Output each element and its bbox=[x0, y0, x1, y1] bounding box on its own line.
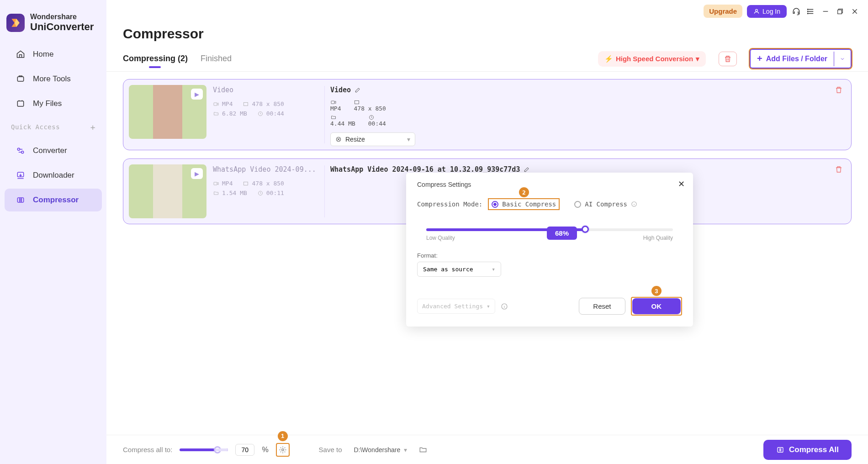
nav-downloader[interactable]: Downloader bbox=[5, 164, 102, 187]
nav-label: Home bbox=[33, 50, 53, 59]
nav-my-files[interactable]: My Files bbox=[5, 92, 102, 115]
play-icon: ▶ bbox=[191, 168, 203, 179]
global-settings-button[interactable]: 1 bbox=[276, 443, 290, 457]
page-title: Compressor bbox=[106, 22, 868, 47]
low-quality-label: Low Quality bbox=[426, 235, 455, 241]
compress-all-label: Compress All bbox=[789, 445, 839, 454]
tabs-row: Compressing (2) Finished ⚡ High Speed Co… bbox=[106, 47, 868, 72]
edit-icon[interactable] bbox=[355, 87, 361, 93]
video-thumbnail[interactable]: ▶ bbox=[129, 164, 206, 218]
close-icon[interactable] bbox=[850, 6, 860, 16]
login-button[interactable]: Log In bbox=[747, 5, 787, 18]
compress-icon bbox=[776, 446, 784, 454]
home-icon bbox=[16, 49, 26, 59]
files-icon bbox=[16, 99, 26, 109]
brand-top: Wondershare bbox=[30, 13, 94, 21]
tools-icon bbox=[16, 74, 26, 84]
format-select[interactable]: Same as source ▾ bbox=[417, 262, 501, 277]
hs-label: High Speed Conversion bbox=[616, 55, 693, 63]
remove-file-button[interactable] bbox=[835, 165, 843, 174]
add-label: Add Files / Folder bbox=[766, 55, 827, 63]
save-path-select[interactable]: D:\Wondershare ▾ bbox=[349, 443, 412, 456]
quick-access-header: Quick Access + bbox=[0, 116, 106, 138]
open-folder-button[interactable] bbox=[419, 446, 427, 454]
info-icon[interactable] bbox=[501, 303, 508, 310]
upgrade-button[interactable]: Upgrade bbox=[704, 5, 742, 18]
chevron-down-icon: ▾ bbox=[407, 136, 410, 143]
clear-all-button[interactable] bbox=[719, 52, 737, 66]
add-files-button[interactable]: + Add Files / Folder bbox=[750, 49, 852, 69]
info-icon[interactable] bbox=[631, 201, 637, 207]
svg-point-9 bbox=[808, 13, 809, 14]
maximize-icon[interactable] bbox=[835, 6, 845, 16]
bottom-bar: Compress all to: 70 % 1 Save to D:\Wonde… bbox=[106, 435, 868, 464]
quick-access-label: Quick Access bbox=[11, 123, 60, 131]
play-icon: ▶ bbox=[191, 89, 203, 100]
chevron-down-icon: ▾ bbox=[487, 303, 490, 310]
source-info: WhatsApp Video 2024-09... MP4 478 x 850 … bbox=[213, 163, 319, 220]
svg-rect-15 bbox=[331, 101, 334, 104]
high-speed-toggle[interactable]: ⚡ High Speed Conversion ▾ bbox=[598, 51, 706, 67]
tab-compressing[interactable]: Compressing (2) bbox=[123, 49, 188, 71]
downloader-icon bbox=[16, 170, 26, 180]
plus-icon: + bbox=[757, 53, 762, 64]
gear-icon bbox=[279, 446, 287, 454]
plus-icon[interactable]: + bbox=[90, 122, 95, 132]
menu-icon[interactable] bbox=[806, 6, 816, 16]
compress-all-button[interactable]: Compress All bbox=[763, 440, 852, 460]
chevron-down-icon: ▾ bbox=[492, 266, 495, 273]
reset-button[interactable]: Reset bbox=[579, 298, 625, 315]
trash-icon bbox=[724, 55, 732, 63]
global-quality-slider[interactable] bbox=[180, 448, 228, 451]
remove-file-button[interactable] bbox=[835, 86, 843, 94]
advanced-settings-select[interactable]: Advanced Settings ▾ bbox=[417, 299, 495, 314]
basic-compress-radio[interactable]: 2 Basic Compress bbox=[488, 198, 560, 210]
nav-compressor[interactable]: Compressor bbox=[5, 189, 102, 211]
edit-icon[interactable] bbox=[524, 166, 530, 173]
svg-rect-20 bbox=[244, 182, 248, 185]
percent-input[interactable]: 70 bbox=[235, 444, 254, 456]
quality-slider[interactable]: 68% Low Quality High Quality bbox=[426, 228, 673, 241]
login-label: Log In bbox=[762, 8, 780, 15]
ok-button[interactable]: OK bbox=[632, 298, 681, 314]
svg-rect-19 bbox=[214, 182, 217, 185]
svg-point-8 bbox=[808, 11, 809, 12]
compressor-icon bbox=[16, 195, 26, 205]
callout-badge: 3 bbox=[651, 286, 662, 296]
dimensions-icon bbox=[354, 100, 360, 105]
user-icon bbox=[753, 8, 760, 15]
minimize-icon[interactable] bbox=[820, 6, 831, 16]
popup-close-button[interactable]: ✕ bbox=[678, 179, 685, 189]
slider-thumb[interactable] bbox=[214, 446, 221, 453]
output-info: Video MP4 478 x 850 4.44 MB 00:44 bbox=[330, 83, 847, 146]
tab-finished[interactable]: Finished bbox=[201, 49, 232, 71]
resize-select[interactable]: Resize ▾ bbox=[330, 132, 415, 146]
nav-home[interactable]: Home bbox=[5, 43, 102, 66]
compress-all-to-label: Compress all to: bbox=[123, 446, 172, 453]
svg-point-2 bbox=[17, 148, 20, 150]
nav-converter[interactable]: Converter bbox=[5, 139, 102, 162]
slider-thumb[interactable] bbox=[582, 226, 589, 233]
nav-label: Converter bbox=[33, 146, 67, 155]
video-icon bbox=[213, 101, 219, 107]
clock-icon bbox=[257, 190, 264, 196]
ai-compress-radio[interactable]: AI Compress bbox=[572, 199, 640, 209]
dimensions-icon bbox=[243, 181, 249, 186]
format-label: Format: bbox=[417, 252, 682, 259]
chevron-down-icon bbox=[840, 56, 845, 62]
percent-suffix: % bbox=[262, 446, 268, 454]
main-area: Upgrade Log In Compressor Compressing (2… bbox=[106, 0, 868, 464]
nav-label: Downloader bbox=[33, 171, 74, 180]
nav-more-tools[interactable]: More Tools bbox=[5, 68, 102, 90]
callout-badge: 1 bbox=[278, 431, 288, 441]
video-thumbnail[interactable]: ▶ bbox=[129, 85, 206, 139]
headset-icon[interactable] bbox=[791, 6, 801, 16]
svg-rect-5 bbox=[17, 198, 23, 202]
add-dropdown-caret[interactable] bbox=[834, 52, 851, 66]
output-title: Video bbox=[330, 86, 351, 94]
titlebar: Upgrade Log In bbox=[106, 0, 868, 22]
converter-icon bbox=[16, 146, 26, 156]
save-to-label: Save to bbox=[319, 446, 342, 453]
trash-icon bbox=[835, 165, 843, 174]
video-icon bbox=[330, 100, 337, 105]
